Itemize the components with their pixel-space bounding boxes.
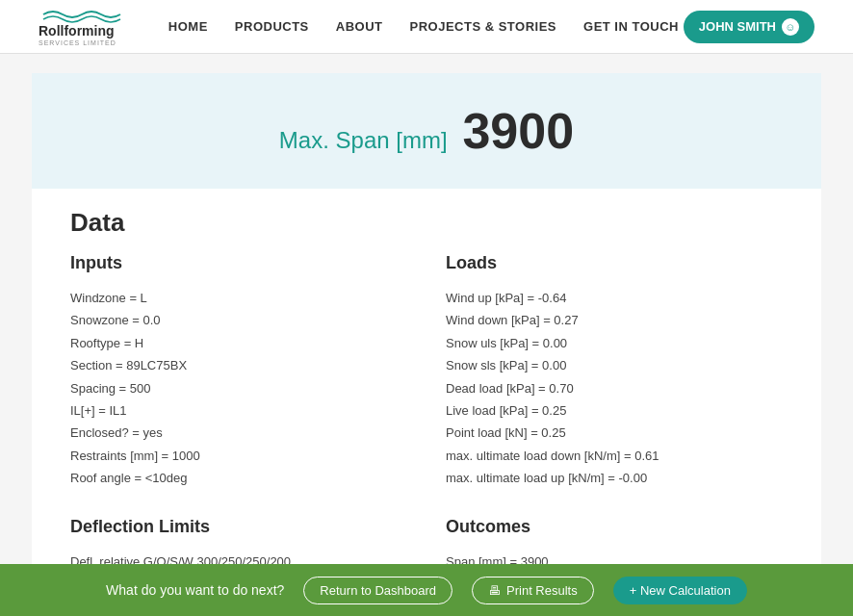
logo: Rollforming SERVICES LIMITED <box>39 7 164 47</box>
list-item: Dead load [kPa] = 0.70 <box>446 377 783 399</box>
bottom-bar: What do you want to do next? Return to D… <box>0 564 853 616</box>
bottom-question: What do you want to do next? <box>106 582 284 598</box>
user-icon: ☺ <box>782 18 799 36</box>
deflection-title: Deflection Limits <box>70 517 407 537</box>
user-label: JOHN SMITH <box>699 19 776 34</box>
outcomes-title: Outcomes <box>446 517 783 537</box>
inputs-loads-columns: Inputs Windzone = LSnowzone = 0.0Rooftyp… <box>70 253 783 490</box>
nav-projects[interactable]: PROJECTS & STORIES <box>410 19 557 34</box>
loads-list: Wind up [kPa] = -0.64Wind down [kPa] = 0… <box>446 287 783 490</box>
loads-col: Loads Wind up [kPa] = -0.64Wind down [kP… <box>446 253 783 490</box>
svg-text:Rollforming: Rollforming <box>39 23 115 38</box>
list-item: Snow sls [kPa] = 0.00 <box>446 354 783 376</box>
nav-about[interactable]: ABOUT <box>336 19 383 34</box>
print-results-button[interactable]: 🖶 Print Results <box>472 577 594 604</box>
span-banner: Max. Span [mm] 3900 <box>32 73 821 189</box>
main-content: Max. Span [mm] 3900 Data Inputs Windzone… <box>32 73 821 616</box>
span-label: Max. Span [mm] <box>279 127 448 153</box>
list-item: Point load [kN] = 0.25 <box>446 422 783 444</box>
list-item: Snow uls [kPa] = 0.00 <box>446 332 783 354</box>
inputs-list: Windzone = LSnowzone = 0.0Rooftype = HSe… <box>70 287 407 490</box>
user-button[interactable]: JOHN SMITH ☺ <box>684 11 814 43</box>
print-icon: 🖶 <box>488 583 501 598</box>
new-calc-label: + New Calculation <box>630 583 731 598</box>
return-dashboard-label: Return to Dashboard <box>320 583 436 598</box>
new-calculation-button[interactable]: + New Calculation <box>613 577 747 604</box>
list-item: max. ultimate load down [kN/m] = 0.61 <box>446 445 783 467</box>
nav-products[interactable]: PRODUCTS <box>235 19 309 34</box>
section-title: Data <box>70 208 783 238</box>
list-item: Roof angle = <10deg <box>70 467 407 489</box>
nav: HOME PRODUCTS ABOUT PROJECTS & STORIES G… <box>168 19 679 34</box>
logo-icon: Rollforming SERVICES LIMITED <box>39 7 164 47</box>
return-dashboard-button[interactable]: Return to Dashboard <box>303 577 452 604</box>
list-item: Restraints [mm] = 1000 <box>70 445 407 467</box>
list-item: Rooftype = H <box>70 332 407 354</box>
inputs-col: Inputs Windzone = LSnowzone = 0.0Rooftyp… <box>70 253 407 490</box>
list-item: max. ultimate load up [kN/m] = -0.00 <box>446 467 783 489</box>
list-item: Live load [kPa] = 0.25 <box>446 399 783 422</box>
print-results-label: Print Results <box>506 583 578 598</box>
span-value: 3900 <box>462 103 574 159</box>
list-item: IL[+] = IL1 <box>70 399 407 422</box>
header: Rollforming SERVICES LIMITED HOME PRODUC… <box>0 0 853 54</box>
nav-contact[interactable]: GET IN TOUCH <box>583 19 679 34</box>
list-item: Wind down [kPa] = 0.27 <box>446 309 783 331</box>
list-item: Wind up [kPa] = -0.64 <box>446 287 783 309</box>
inputs-title: Inputs <box>70 253 407 273</box>
list-item: Snowzone = 0.0 <box>70 309 407 331</box>
list-item: Section = 89LC75BX <box>70 354 407 376</box>
list-item: Windzone = L <box>70 287 407 309</box>
list-item: Spacing = 500 <box>70 377 407 399</box>
data-section: Data Inputs Windzone = LSnowzone = 0.0Ro… <box>32 208 821 616</box>
loads-title: Loads <box>446 253 783 273</box>
list-item: Enclosed? = yes <box>70 422 407 444</box>
svg-text:SERVICES LIMITED: SERVICES LIMITED <box>39 39 116 46</box>
nav-home[interactable]: HOME <box>168 19 208 34</box>
